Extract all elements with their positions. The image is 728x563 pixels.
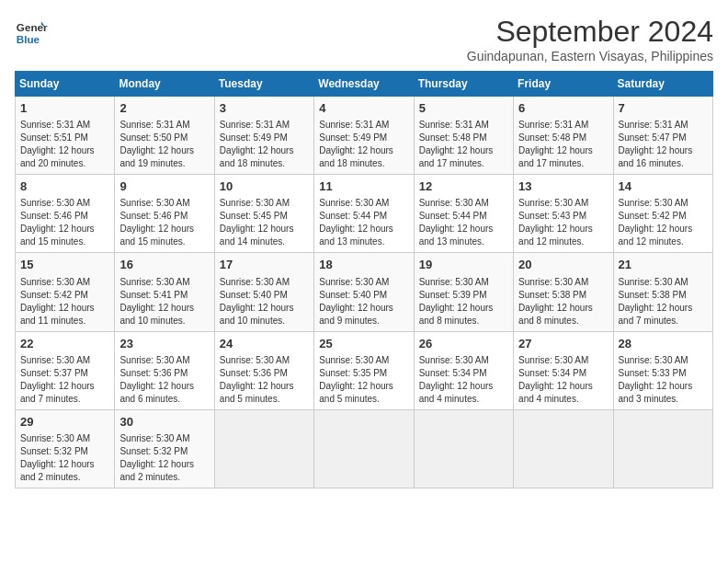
day-info: Sunrise: 5:31 AM Sunset: 5:51 PM Dayligh…: [20, 119, 109, 170]
calendar-day-cell: 12Sunrise: 5:30 AM Sunset: 5:44 PM Dayli…: [414, 175, 513, 253]
calendar-week-row: 29Sunrise: 5:30 AM Sunset: 5:32 PM Dayli…: [16, 409, 713, 488]
calendar-week-row: 22Sunrise: 5:30 AM Sunset: 5:37 PM Dayli…: [16, 331, 713, 409]
day-info: Sunrise: 5:30 AM Sunset: 5:46 PM Dayligh…: [119, 197, 209, 248]
day-number: 2: [119, 100, 209, 117]
day-info: Sunrise: 5:31 AM Sunset: 5:48 PM Dayligh…: [518, 119, 608, 170]
page-header: General Blue September 2024 Guindapunan,…: [15, 15, 713, 63]
day-info: Sunrise: 5:30 AM Sunset: 5:44 PM Dayligh…: [319, 197, 408, 248]
day-info: Sunrise: 5:30 AM Sunset: 5:35 PM Dayligh…: [319, 354, 408, 406]
day-info: Sunrise: 5:30 AM Sunset: 5:38 PM Dayligh…: [619, 276, 708, 327]
calendar-day-cell: 15Sunrise: 5:30 AM Sunset: 5:42 PM Dayli…: [16, 253, 115, 331]
day-of-week-header: Sunday: [16, 72, 115, 97]
day-of-week-header: Wednesday: [314, 72, 414, 97]
calendar-day-cell: 14Sunrise: 5:30 AM Sunset: 5:42 PM Dayli…: [613, 175, 712, 253]
title-area: September 2024 Guindapunan, Eastern Visa…: [467, 15, 713, 63]
calendar-day-cell: 5Sunrise: 5:31 AM Sunset: 5:48 PM Daylig…: [414, 97, 513, 175]
day-info: Sunrise: 5:30 AM Sunset: 5:34 PM Dayligh…: [419, 354, 508, 406]
day-number: 11: [319, 178, 408, 195]
day-info: Sunrise: 5:31 AM Sunset: 5:48 PM Dayligh…: [419, 119, 508, 170]
calendar-day-cell: 4Sunrise: 5:31 AM Sunset: 5:49 PM Daylig…: [314, 97, 414, 175]
day-info: Sunrise: 5:30 AM Sunset: 5:46 PM Dayligh…: [20, 197, 109, 248]
calendar-day-cell: 18Sunrise: 5:30 AM Sunset: 5:40 PM Dayli…: [314, 253, 414, 331]
day-info: Sunrise: 5:30 AM Sunset: 5:33 PM Dayligh…: [619, 354, 708, 406]
calendar-day-cell: 3Sunrise: 5:31 AM Sunset: 5:49 PM Daylig…: [214, 97, 313, 175]
day-of-week-header: Monday: [115, 72, 214, 97]
day-number: 15: [20, 257, 109, 273]
svg-text:General: General: [17, 21, 48, 33]
day-info: Sunrise: 5:30 AM Sunset: 5:37 PM Dayligh…: [20, 354, 109, 406]
calendar-day-cell: [414, 409, 513, 488]
day-info: Sunrise: 5:30 AM Sunset: 5:40 PM Dayligh…: [220, 276, 309, 327]
svg-text:Blue: Blue: [17, 33, 40, 45]
day-info: Sunrise: 5:30 AM Sunset: 5:36 PM Dayligh…: [119, 354, 209, 406]
day-number: 25: [319, 336, 408, 352]
day-number: 12: [419, 178, 508, 195]
day-info: Sunrise: 5:30 AM Sunset: 5:45 PM Dayligh…: [220, 197, 309, 248]
day-of-week-header: Saturday: [613, 72, 712, 97]
day-number: 23: [119, 336, 209, 352]
calendar-day-cell: [214, 409, 313, 488]
calendar-day-cell: 8Sunrise: 5:30 AM Sunset: 5:46 PM Daylig…: [16, 175, 115, 253]
calendar-day-cell: [314, 409, 414, 488]
day-number: 13: [518, 178, 608, 195]
day-number: 6: [518, 100, 608, 117]
calendar-day-cell: 28Sunrise: 5:30 AM Sunset: 5:33 PM Dayli…: [613, 331, 712, 409]
calendar-day-cell: 30Sunrise: 5:30 AM Sunset: 5:32 PM Dayli…: [115, 409, 214, 488]
calendar-day-cell: 27Sunrise: 5:30 AM Sunset: 5:34 PM Dayli…: [514, 331, 613, 409]
calendar-day-cell: 13Sunrise: 5:30 AM Sunset: 5:43 PM Dayli…: [514, 175, 613, 253]
day-of-week-header: Tuesday: [214, 72, 313, 97]
day-number: 8: [20, 178, 109, 195]
calendar-day-cell: [613, 409, 712, 488]
day-number: 21: [619, 257, 708, 273]
day-number: 18: [319, 257, 408, 273]
day-info: Sunrise: 5:31 AM Sunset: 5:47 PM Dayligh…: [619, 119, 708, 170]
day-info: Sunrise: 5:31 AM Sunset: 5:49 PM Dayligh…: [220, 119, 309, 170]
calendar-day-cell: 22Sunrise: 5:30 AM Sunset: 5:37 PM Dayli…: [16, 331, 115, 409]
day-info: Sunrise: 5:30 AM Sunset: 5:36 PM Dayligh…: [220, 354, 309, 406]
day-number: 22: [20, 336, 109, 352]
calendar-day-cell: 25Sunrise: 5:30 AM Sunset: 5:35 PM Dayli…: [314, 331, 414, 409]
day-number: 28: [619, 336, 708, 352]
day-info: Sunrise: 5:31 AM Sunset: 5:50 PM Dayligh…: [119, 119, 209, 170]
day-number: 29: [20, 414, 109, 431]
calendar-table: SundayMondayTuesdayWednesdayThursdayFrid…: [15, 71, 713, 488]
calendar-day-cell: 2Sunrise: 5:31 AM Sunset: 5:50 PM Daylig…: [115, 97, 214, 175]
day-number: 20: [518, 257, 608, 273]
day-info: Sunrise: 5:30 AM Sunset: 5:44 PM Dayligh…: [419, 197, 508, 248]
day-number: 3: [220, 100, 309, 117]
day-number: 24: [220, 336, 309, 352]
day-info: Sunrise: 5:30 AM Sunset: 5:32 PM Dayligh…: [119, 432, 209, 484]
day-info: Sunrise: 5:30 AM Sunset: 5:32 PM Dayligh…: [20, 432, 109, 484]
day-info: Sunrise: 5:30 AM Sunset: 5:40 PM Dayligh…: [319, 276, 408, 327]
calendar-header-row: SundayMondayTuesdayWednesdayThursdayFrid…: [16, 72, 713, 97]
calendar-day-cell: [514, 409, 613, 488]
calendar-day-cell: 10Sunrise: 5:30 AM Sunset: 5:45 PM Dayli…: [214, 175, 313, 253]
day-info: Sunrise: 5:30 AM Sunset: 5:42 PM Dayligh…: [619, 197, 708, 248]
location-subtitle: Guindapunan, Eastern Visayas, Philippine…: [467, 49, 713, 63]
calendar-day-cell: 6Sunrise: 5:31 AM Sunset: 5:48 PM Daylig…: [514, 97, 613, 175]
day-number: 5: [419, 100, 508, 117]
day-of-week-header: Friday: [514, 72, 613, 97]
calendar-day-cell: 1Sunrise: 5:31 AM Sunset: 5:51 PM Daylig…: [16, 97, 115, 175]
calendar-day-cell: 23Sunrise: 5:30 AM Sunset: 5:36 PM Dayli…: [115, 331, 214, 409]
calendar-day-cell: 29Sunrise: 5:30 AM Sunset: 5:32 PM Dayli…: [16, 409, 115, 488]
day-info: Sunrise: 5:30 AM Sunset: 5:41 PM Dayligh…: [119, 276, 209, 327]
calendar-day-cell: 19Sunrise: 5:30 AM Sunset: 5:39 PM Dayli…: [414, 253, 513, 331]
calendar-week-row: 1Sunrise: 5:31 AM Sunset: 5:51 PM Daylig…: [16, 97, 713, 175]
day-number: 17: [220, 257, 309, 273]
calendar-day-cell: 20Sunrise: 5:30 AM Sunset: 5:38 PM Dayli…: [514, 253, 613, 331]
day-info: Sunrise: 5:31 AM Sunset: 5:49 PM Dayligh…: [319, 119, 408, 170]
calendar-day-cell: 26Sunrise: 5:30 AM Sunset: 5:34 PM Dayli…: [414, 331, 513, 409]
day-number: 1: [20, 100, 109, 117]
calendar-week-row: 15Sunrise: 5:30 AM Sunset: 5:42 PM Dayli…: [16, 253, 713, 331]
day-number: 9: [119, 178, 209, 195]
day-number: 26: [419, 336, 508, 352]
logo-icon: General Blue: [15, 15, 48, 48]
calendar-day-cell: 7Sunrise: 5:31 AM Sunset: 5:47 PM Daylig…: [613, 97, 712, 175]
month-title: September 2024: [467, 15, 713, 49]
day-number: 19: [419, 257, 508, 273]
day-info: Sunrise: 5:30 AM Sunset: 5:38 PM Dayligh…: [518, 276, 608, 327]
day-of-week-header: Thursday: [414, 72, 513, 97]
calendar-day-cell: 11Sunrise: 5:30 AM Sunset: 5:44 PM Dayli…: [314, 175, 414, 253]
day-number: 30: [119, 414, 209, 431]
